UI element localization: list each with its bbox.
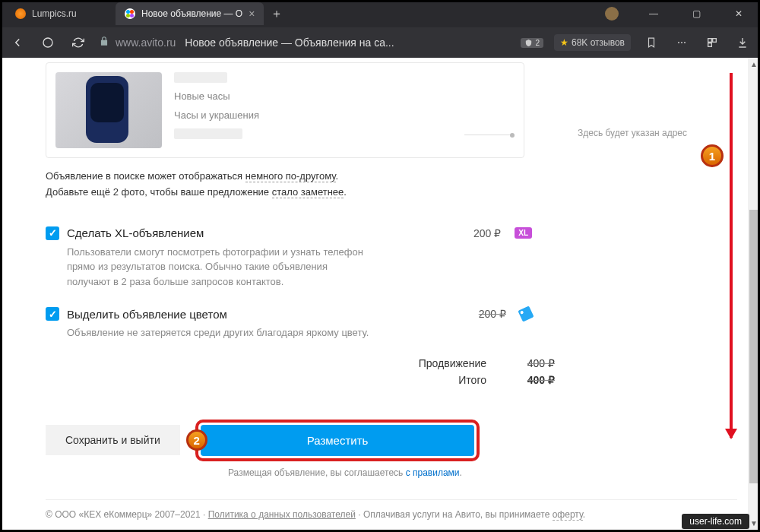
annotation-badge-2: 2: [186, 429, 207, 451]
svg-point-0: [43, 38, 52, 47]
footer-offer-link[interactable]: оферту: [553, 509, 583, 521]
option-xl-desc: Пользователи смогут посмотреть фотографи…: [67, 245, 371, 290]
checkbox-color[interactable]: ✓: [46, 307, 59, 321]
action-buttons: Сохранить и выйти 2 Разместить: [46, 420, 737, 461]
hint-link-different[interactable]: немного по-другому: [245, 170, 336, 182]
url-host: www.avito.ru: [116, 36, 176, 49]
price-tag-icon: [518, 306, 534, 321]
maximize-button[interactable]: ▢: [681, 2, 711, 25]
option-color: ✓ Выделить объявление цветом 200 ₽ Объяв…: [46, 307, 532, 340]
page-footer: © ООО «КЕХ еКоммерц» 2007–2021 · Политик…: [46, 499, 737, 520]
browser-titlebar: Lumpics.ru Новое объявление — О × ＋ — ▢ …: [0, 0, 760, 27]
lock-icon: [99, 36, 109, 49]
option-xl: ✓ Сделать XL-объявлением 200 ₽ XL Пользо…: [46, 226, 532, 290]
tab-avito[interactable]: Новое объявление — О ×: [116, 2, 264, 25]
annotation-arrow: [730, 73, 733, 438]
checkbox-xl[interactable]: ✓: [46, 226, 59, 240]
reviews-button[interactable]: ★ 68K отзывов: [554, 34, 631, 51]
new-tab-button[interactable]: ＋: [267, 4, 287, 24]
scrollbar-thumb[interactable]: [749, 210, 758, 483]
option-color-desc: Объявление не затеряется среди других бл…: [67, 325, 371, 340]
address-bar[interactable]: www.avito.ru Новое объявление — Объявлен…: [99, 36, 394, 49]
total-value: 400 ₽: [509, 374, 555, 386]
preview-category: Часы и украшения: [174, 109, 259, 121]
promo-label: Продвижение: [395, 357, 486, 369]
terms-link[interactable]: с правилами: [406, 467, 460, 478]
option-color-price: 200 ₽: [479, 308, 506, 320]
favicon-lumpics: [15, 8, 26, 19]
option-xl-price: 200 ₽: [473, 227, 501, 239]
scroll-down-icon[interactable]: ▼: [748, 517, 760, 529]
address-hint: Здесь будет указан адрес: [578, 128, 687, 138]
tab-label: Lumpics.ru: [32, 8, 77, 19]
watermark: user-life.com: [682, 514, 749, 529]
listing-preview-card: Новые часы Часы и украшения: [46, 62, 524, 158]
svg-rect-1: [708, 39, 712, 43]
save-exit-button[interactable]: Сохранить и выйти: [46, 425, 180, 455]
option-color-title: Выделить объявление цветом: [67, 308, 471, 321]
scrollbar[interactable]: ▲ ▼: [748, 58, 760, 529]
svg-rect-2: [713, 39, 717, 43]
minimize-button[interactable]: —: [638, 2, 669, 25]
back-button[interactable]: [8, 33, 27, 52]
submit-highlight: 2 Разместить: [195, 420, 480, 461]
shield-badge[interactable]: 2: [521, 38, 543, 48]
yandex-icon[interactable]: [38, 33, 58, 52]
footer-policy-link[interactable]: Политика о данных пользователей: [208, 509, 356, 520]
menu-dots-icon[interactable]: ⋯: [672, 33, 692, 52]
downloads-icon[interactable]: [733, 33, 752, 52]
listing-hints: Объявление в поиске может отображаться н…: [46, 169, 737, 201]
avatar[interactable]: [605, 7, 619, 21]
favicon-avito: [125, 8, 135, 19]
scroll-up-icon[interactable]: ▲: [748, 58, 760, 70]
extensions-icon[interactable]: [702, 33, 722, 52]
page-content: Новые часы Часы и украшения Здесь будет …: [0, 58, 760, 529]
svg-rect-3: [708, 43, 712, 47]
terms-text: Размещая объявление, вы соглашаетесь с п…: [228, 467, 737, 478]
totals: Продвижение 400 ₽ Итого 400 ₽: [46, 357, 737, 386]
url-title: Новое объявление — Объявления на са...: [185, 36, 394, 49]
tab-label: Новое объявление — О: [141, 8, 242, 19]
preview-title: Новые часы: [174, 90, 259, 102]
annotation-badge-1: 1: [701, 144, 724, 167]
submit-button[interactable]: Разместить: [201, 425, 475, 456]
option-xl-title: Сделать XL-объявлением: [67, 226, 466, 239]
xl-badge-icon: XL: [515, 227, 532, 239]
close-window-button[interactable]: ✕: [724, 2, 754, 25]
star-icon: ★: [560, 37, 568, 48]
promo-value: 400 ₽: [509, 357, 555, 369]
tab-lumpics[interactable]: Lumpics.ru: [6, 2, 112, 25]
bookmark-icon[interactable]: [641, 33, 661, 52]
total-label: Итого: [395, 374, 486, 386]
reload-button[interactable]: [68, 33, 88, 52]
preview-image: [55, 72, 162, 148]
hint-link-noticeable[interactable]: стало заметнее: [272, 186, 344, 198]
close-icon[interactable]: ×: [249, 8, 255, 20]
browser-toolbar: www.avito.ru Новое объявление — Объявлен…: [0, 27, 760, 58]
